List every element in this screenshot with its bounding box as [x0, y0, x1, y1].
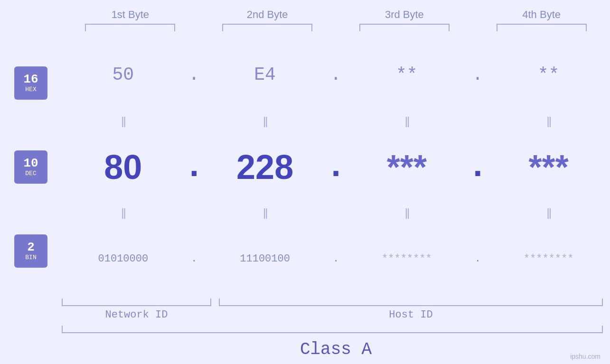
bin-sep-2: .: [327, 253, 346, 265]
top-brackets-row: [62, 24, 610, 31]
bin-val-4: ********: [524, 253, 574, 265]
bin-badge: 2 BIN: [14, 234, 47, 268]
dec-cell-2: 228: [204, 148, 327, 187]
bin-sep-3: .: [468, 253, 487, 265]
content-area: 16 HEX 10 DEC 2 BIN 50 .: [0, 36, 610, 298]
network-bracket: [62, 299, 211, 306]
bin-val-3: ********: [382, 253, 432, 265]
hex-badge-label: HEX: [25, 86, 36, 93]
bin-badge-label: BIN: [25, 254, 36, 261]
dec-val-3: ***: [387, 148, 427, 187]
hex-badge: 16 HEX: [14, 66, 47, 100]
dec-val-1: 80: [104, 148, 142, 187]
eq-cell-4: ||: [487, 114, 610, 128]
hex-sep-2: .: [327, 65, 346, 85]
watermark: ipshu.com: [570, 353, 601, 360]
dec-cell-1: 80: [62, 148, 185, 187]
byte-label-1: 1st Byte: [62, 9, 199, 21]
dec-sep-2: .: [327, 148, 346, 187]
byte-label-3: 3rd Byte: [336, 9, 473, 21]
hex-val-3: **: [396, 65, 418, 85]
eq-cell-8: ||: [487, 206, 610, 219]
hex-cell-4: **: [487, 65, 610, 85]
byte-labels-row: 1st Byte 2nd Byte 3rd Byte 4th Byte: [62, 9, 610, 21]
eq-cell-3: ||: [346, 114, 469, 128]
class-label: Class A: [300, 340, 372, 359]
dec-val-2: 228: [236, 148, 293, 187]
bin-cell-3: ********: [346, 253, 469, 265]
eq-cell-2: ||: [204, 114, 327, 128]
dec-cell-3: ***: [346, 148, 469, 187]
dec-badge: 10 DEC: [14, 150, 47, 184]
eq-cell-5: ||: [62, 206, 185, 219]
bracket-4: [473, 24, 610, 31]
host-bracket: [219, 299, 603, 306]
bracket-3: [336, 24, 473, 31]
bracket-1: [62, 24, 199, 31]
id-labels-row: Network ID Host ID: [62, 309, 603, 321]
bin-sep-1: .: [185, 253, 204, 265]
hex-sep-3: .: [468, 65, 487, 85]
full-bottom-bracket: [62, 326, 603, 333]
hex-badge-num: 16: [23, 73, 38, 86]
byte-label-2: 2nd Byte: [199, 9, 336, 21]
bin-val-1: 01010000: [98, 253, 149, 265]
class-row: Class A: [62, 340, 610, 359]
hex-sep-1: .: [185, 65, 204, 85]
eq-row-1: || || || ||: [62, 114, 610, 128]
eq-row-2: || || || ||: [62, 205, 610, 220]
eq-cell-7: ||: [346, 206, 469, 219]
byte-label-4: 4th Byte: [473, 9, 610, 21]
hex-val-2: E4: [254, 65, 276, 85]
hex-val-1: 50: [113, 65, 134, 85]
bin-badge-num: 2: [27, 241, 35, 254]
eq-cell-6: ||: [204, 206, 327, 219]
dec-badge-label: DEC: [25, 170, 36, 177]
values-grid: 50 . E4 . ** . **: [62, 36, 610, 298]
dec-badge-num: 10: [23, 157, 38, 170]
dec-sep-1: .: [185, 148, 204, 187]
bin-cell-4: ********: [487, 253, 610, 265]
eq-cell-1: ||: [62, 114, 185, 128]
bracket-2: [199, 24, 336, 31]
dec-row: 80 . 228 . *** . ***: [62, 128, 610, 206]
hex-row: 50 . E4 . ** . **: [62, 36, 610, 114]
bin-cell-1: 01010000: [62, 253, 185, 265]
host-id-label: Host ID: [219, 309, 603, 321]
hex-cell-1: 50: [62, 65, 185, 85]
bin-row: 01010000 . 11100100 . ******** .: [62, 220, 610, 298]
bin-val-2: 11100100: [240, 253, 290, 265]
dec-val-4: ***: [529, 148, 569, 187]
hex-val-4: **: [538, 65, 560, 85]
bottom-bracket-row: [62, 299, 603, 306]
network-id-label: Network ID: [62, 309, 211, 321]
dec-sep-3: .: [468, 148, 487, 187]
hex-cell-2: E4: [204, 65, 327, 85]
bin-cell-2: 11100100: [204, 253, 327, 265]
main-container: 1st Byte 2nd Byte 3rd Byte 4th Byte 16 H…: [0, 0, 610, 364]
hex-cell-3: **: [346, 65, 469, 85]
dec-cell-4: ***: [487, 148, 610, 187]
bottom-section: Network ID Host ID Class A: [0, 298, 610, 359]
badges-column: 16 HEX 10 DEC 2 BIN: [0, 36, 62, 298]
